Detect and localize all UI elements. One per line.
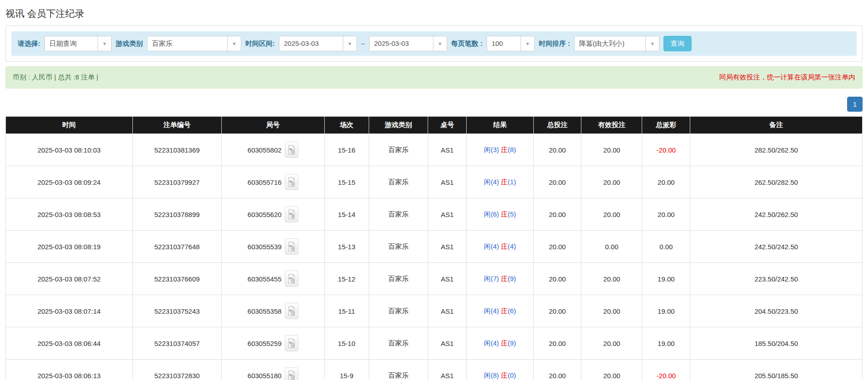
round-number-text: 603055259: [248, 340, 282, 347]
video-replay-button[interactable]: [285, 206, 298, 222]
column-header-9: 总派彩: [642, 117, 690, 134]
cell-time: 2025-03-03 08:07:14: [6, 295, 133, 327]
cell-total-bet[interactable]: 20.00: [533, 134, 581, 166]
cell-total-bet[interactable]: 20.00: [533, 166, 581, 198]
column-header-10: 备注: [690, 117, 863, 134]
video-file-icon: [288, 209, 296, 220]
date-to-select[interactable]: 2025-03-03 ▼: [369, 36, 447, 51]
round-number-text: 603055180: [248, 372, 282, 380]
round-number-text: 603055539: [248, 243, 282, 251]
cell-bet-number: 522310378899: [132, 198, 221, 231]
video-replay-button[interactable]: [285, 303, 298, 319]
cell-payout: -20.00: [642, 360, 690, 380]
table-row: 2025-03-03 08:07:14 522310375243 6030553…: [6, 295, 863, 327]
chevron-down-icon[interactable]: ▼: [433, 36, 447, 51]
cell-game-type: 百家乐: [369, 198, 428, 231]
column-header-1: 注单编号: [132, 117, 221, 134]
page-size-value: 100: [487, 36, 521, 51]
video-file-icon: [288, 370, 296, 380]
result-player: 闲(4): [484, 307, 499, 315]
cell-time: 2025-03-03 08:06:13: [6, 360, 133, 380]
column-header-4: 游戏类别: [369, 117, 428, 134]
result-banker-score: (8): [507, 146, 516, 153]
page-container: 视讯 会员下注纪录 请选择: 日期查询 ▼ 游戏类别 百家乐 ▼ 时间区间: 2…: [0, 7, 868, 380]
cell-payout: 0.00: [642, 231, 690, 263]
video-replay-button[interactable]: [285, 142, 298, 158]
cell-result: 闲(4) 庄(9): [467, 327, 533, 360]
result-banker-score: (9): [507, 275, 516, 282]
round-number-text: 603055802: [248, 146, 282, 154]
time-sort-select[interactable]: 降冪(由大到小) ▼: [574, 36, 659, 51]
video-file-icon: [288, 177, 296, 188]
column-header-8: 有效投注: [581, 117, 642, 134]
table-header: 时间注单编号局号场次游戏类别桌号结果总投注有效投注总派彩备注: [6, 117, 863, 134]
cell-game-type: 百家乐: [369, 263, 428, 295]
result-banker: 庄: [501, 339, 507, 347]
time-range-label: 时间区间:: [245, 39, 275, 48]
chevron-down-icon[interactable]: ▼: [227, 36, 241, 51]
column-header-7: 总投注: [533, 117, 581, 134]
cell-session: 15-11: [324, 295, 369, 327]
cell-payout: 19.00: [642, 327, 690, 360]
page-size-select[interactable]: 100 ▼: [487, 36, 535, 51]
cell-game-type: 百家乐: [369, 134, 428, 166]
cell-round-number: 603055716: [222, 166, 325, 198]
round-number-text: 603055620: [248, 211, 282, 218]
chevron-down-icon[interactable]: ▼: [343, 36, 356, 51]
cell-time: 2025-03-03 08:07:52: [6, 263, 133, 295]
cell-table-number: AS1: [428, 231, 467, 263]
cell-remark: 242.50/262.50: [690, 198, 863, 231]
search-button[interactable]: 查询: [663, 36, 692, 51]
cell-bet-number: 522310377648: [132, 231, 221, 263]
cell-total-bet[interactable]: 20.00: [533, 198, 581, 231]
table-row: 2025-03-03 08:10:03 522310381369 6030558…: [6, 134, 863, 166]
column-header-3: 场次: [324, 117, 369, 134]
cell-total-bet[interactable]: 20.00: [533, 327, 581, 360]
cell-result: 闲(3) 庄(8): [467, 134, 533, 166]
video-file-icon: [288, 241, 296, 252]
cell-remark: 223.50/242.50: [690, 263, 863, 295]
table-row: 2025-03-03 08:07:52 522310376609 6030554…: [6, 263, 863, 295]
column-header-5: 桌号: [428, 117, 467, 134]
column-header-2: 局号: [222, 117, 325, 134]
cell-session: 15-16: [324, 134, 369, 166]
cell-valid-bet: 20.00: [581, 198, 642, 231]
cell-payout: 20.00: [642, 166, 690, 198]
video-replay-button[interactable]: [285, 174, 298, 190]
chevron-down-icon[interactable]: ▼: [98, 36, 111, 51]
date-from-select[interactable]: 2025-03-03 ▼: [279, 36, 357, 51]
cell-valid-bet: 20.00: [581, 295, 642, 327]
cell-round-number: 603055180: [222, 360, 325, 380]
cell-payout: -20.00: [642, 134, 690, 166]
cell-total-bet[interactable]: 20.00: [533, 360, 581, 380]
cell-total-bet[interactable]: 20.00: [533, 295, 581, 327]
valid-bet-note: 同局有效投注，统一计算在该局第一张注单内: [719, 73, 855, 82]
cell-payout: 20.00: [642, 198, 690, 231]
cell-total-bet[interactable]: 20.00: [533, 231, 581, 263]
video-replay-button[interactable]: [285, 367, 298, 380]
cell-remark: 242.50/242.50: [690, 231, 863, 263]
video-replay-button[interactable]: [285, 271, 298, 287]
table-row: 2025-03-03 08:06:44 522310374057 6030552…: [6, 327, 863, 360]
chevron-down-icon[interactable]: ▼: [521, 36, 534, 51]
currency-total-text: 币别 : 人民币 | 总共 :8 注单 |: [13, 73, 98, 82]
video-file-icon: [288, 338, 296, 349]
cell-payout: 19.00: [642, 295, 690, 327]
cell-remark: 204.50/223.50: [690, 295, 863, 327]
chevron-down-icon[interactable]: ▼: [645, 36, 659, 51]
video-file-icon: [288, 306, 296, 316]
cell-round-number: 603055620: [222, 198, 325, 231]
cell-remark: 262.50/282.50: [690, 166, 863, 198]
query-type-select[interactable]: 日期查询 ▼: [44, 36, 112, 51]
cell-game-type: 百家乐: [369, 166, 428, 198]
video-replay-button[interactable]: [285, 238, 298, 255]
table-row: 2025-03-03 08:08:53 522310378899 6030556…: [6, 198, 863, 231]
column-header-6: 结果: [467, 117, 533, 134]
page-1-button[interactable]: 1: [847, 97, 863, 112]
round-number-text: 603055358: [248, 307, 282, 315]
game-type-label: 游戏类别: [116, 39, 143, 48]
video-replay-button[interactable]: [285, 335, 298, 351]
cell-total-bet[interactable]: 20.00: [533, 263, 581, 295]
game-type-select[interactable]: 百家乐 ▼: [147, 36, 241, 51]
filter-bar: 请选择: 日期查询 ▼ 游戏类别 百家乐 ▼ 时间区间: 2025-03-03 …: [11, 31, 857, 56]
